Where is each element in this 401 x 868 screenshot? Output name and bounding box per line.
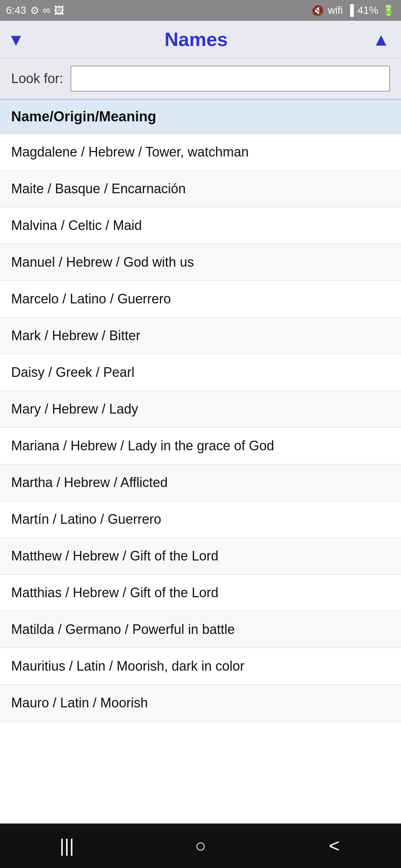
names-list: Magdalene / Hebrew / Tower, watchmanMait… xyxy=(0,134,401,823)
list-item[interactable]: Manuel / Hebrew / God with us xyxy=(0,244,401,281)
battery-icon: 🔋 xyxy=(382,4,395,17)
list-item[interactable]: Matthew / Hebrew / Gift of the Lord xyxy=(0,538,401,575)
search-input[interactable] xyxy=(71,66,390,92)
status-bar: 6:43 ⚙ ∞ 🖼 🔇 wifi ▐ 41% 🔋 xyxy=(0,0,401,21)
status-left: 6:43 ⚙ ∞ 🖼 xyxy=(6,4,64,17)
list-item[interactable]: Mary / Hebrew / Lady xyxy=(0,391,401,428)
search-bar: Look for: xyxy=(0,58,401,100)
settings-icon: ⚙ xyxy=(30,4,39,17)
list-item[interactable]: Martha / Hebrew / Afflicted xyxy=(0,464,401,501)
list-item[interactable]: Matthias / Hebrew / Gift of the Lord xyxy=(0,575,401,611)
list-item[interactable]: Mark / Hebrew / Bitter xyxy=(0,318,401,354)
page-title: Names xyxy=(20,28,372,50)
wifi-icon: wifi xyxy=(328,4,343,16)
search-label: Look for: xyxy=(11,71,63,86)
status-right: 🔇 wifi ▐ 41% 🔋 xyxy=(311,4,395,17)
list-item[interactable]: Mauritius / Latin / Moorish, dark in col… xyxy=(0,648,401,685)
chevron-up-button[interactable]: ▲ xyxy=(372,29,390,50)
list-item[interactable]: Mariana / Hebrew / Lady in the grace of … xyxy=(0,428,401,464)
list-item[interactable]: Daisy / Greek / Pearl xyxy=(0,354,401,391)
mute-icon: 🔇 xyxy=(311,4,324,17)
back-icon[interactable]: < xyxy=(319,831,349,861)
column-header-label: Name/Origin/Meaning xyxy=(11,109,156,124)
menu-icon[interactable]: ||| xyxy=(52,831,82,861)
column-header: Name/Origin/Meaning xyxy=(0,100,401,134)
chevron-down-button[interactable]: ▾ xyxy=(11,29,20,50)
list-item[interactable]: Maite / Basque / Encarnación xyxy=(0,171,401,207)
list-item[interactable]: Magdalene / Hebrew / Tower, watchman xyxy=(0,134,401,171)
list-item[interactable]: Malvina / Celtic / Maid xyxy=(0,207,401,244)
home-icon[interactable]: ○ xyxy=(186,831,215,861)
voicemail-icon: ∞ xyxy=(43,4,50,16)
nav-bar: ||| ○ < xyxy=(0,823,401,868)
list-item[interactable]: Martín / Latino / Guerrero xyxy=(0,501,401,538)
battery-display: 41% xyxy=(358,4,378,16)
list-item[interactable]: Matilda / Germano / Powerful in battle xyxy=(0,611,401,648)
list-item[interactable]: Mauro / Latin / Moorish xyxy=(0,685,401,721)
time-display: 6:43 xyxy=(6,4,26,16)
header: ▾ Names ▲ xyxy=(0,21,401,58)
list-item[interactable]: Marcelo / Latino / Guerrero xyxy=(0,281,401,318)
signal-icon: ▐ xyxy=(346,4,354,16)
image-icon: 🖼 xyxy=(54,4,64,17)
